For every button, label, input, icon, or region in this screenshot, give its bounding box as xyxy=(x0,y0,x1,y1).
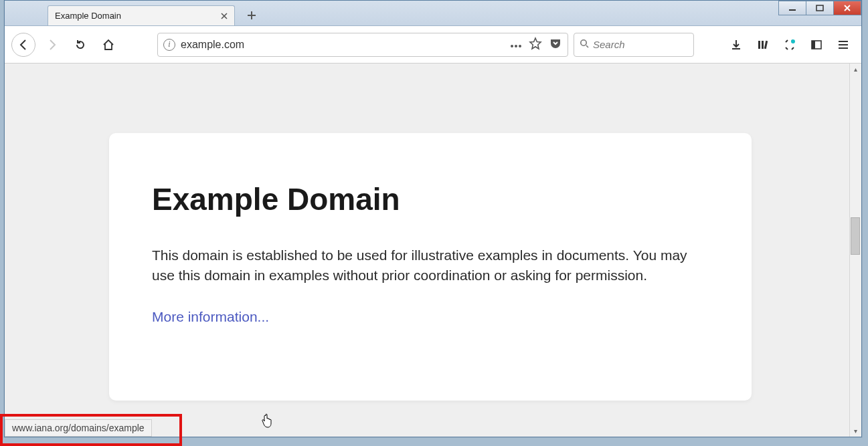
pocket-icon[interactable] xyxy=(549,37,562,53)
sidebar-button[interactable] xyxy=(805,33,828,56)
page-heading: Example Domain xyxy=(152,181,709,217)
close-tab-icon[interactable] xyxy=(220,11,229,21)
nav-toolbar: i example.com xyxy=(5,26,861,64)
screenshot-button[interactable] xyxy=(778,33,801,56)
vertical-scrollbar[interactable]: ▴ ▾ xyxy=(849,64,861,437)
new-tab-button[interactable] xyxy=(242,5,262,25)
window-close-button[interactable] xyxy=(833,1,861,15)
url-bar[interactable]: i example.com xyxy=(157,33,568,57)
browser-tab[interactable]: Example Domain xyxy=(48,5,235,25)
toolbar-right xyxy=(725,33,855,56)
svg-rect-6 xyxy=(758,41,760,49)
back-button[interactable] xyxy=(11,33,35,57)
bookmark-star-icon[interactable] xyxy=(529,37,542,53)
svg-rect-1 xyxy=(816,5,823,11)
library-button[interactable] xyxy=(752,33,774,56)
search-icon xyxy=(580,39,589,51)
page-paragraph: This domain is established to be used fo… xyxy=(152,245,687,286)
search-box[interactable] xyxy=(574,33,694,57)
window-controls xyxy=(779,1,861,15)
hamburger-menu-button[interactable] xyxy=(832,33,855,56)
svg-rect-11 xyxy=(812,41,815,49)
tab-strip: Example Domain xyxy=(5,1,861,26)
browser-window: Example Domain i example.com xyxy=(4,0,862,437)
more-information-link[interactable]: More information... xyxy=(152,309,269,324)
maximize-button[interactable] xyxy=(806,1,834,15)
svg-rect-8 xyxy=(764,40,768,48)
svg-point-2 xyxy=(511,45,513,47)
scrollbar-thumb[interactable] xyxy=(851,217,860,255)
minimize-button[interactable] xyxy=(778,1,806,15)
svg-point-3 xyxy=(515,45,517,47)
page-actions-icon[interactable] xyxy=(510,39,522,51)
downloads-button[interactable] xyxy=(725,33,748,56)
scroll-up-arrow-icon[interactable]: ▴ xyxy=(854,64,857,75)
scroll-down-arrow-icon[interactable]: ▾ xyxy=(854,425,857,437)
forward-button[interactable] xyxy=(41,33,64,56)
page-content-card: Example Domain This domain is establishe… xyxy=(109,133,752,401)
svg-rect-0 xyxy=(789,9,796,11)
hand-cursor-icon xyxy=(262,413,274,428)
svg-rect-7 xyxy=(762,41,764,49)
svg-point-9 xyxy=(791,39,795,43)
reload-button[interactable] xyxy=(69,33,92,56)
status-hover-url: www.iana.org/domains/example xyxy=(12,423,145,433)
home-button[interactable] xyxy=(97,33,120,56)
site-info-icon[interactable]: i xyxy=(163,39,175,51)
search-input[interactable] xyxy=(593,39,688,50)
url-actions xyxy=(510,37,562,53)
page-viewport: Example Domain This domain is establishe… xyxy=(5,64,861,437)
link-hover-status: www.iana.org/domains/example xyxy=(5,419,152,437)
svg-point-5 xyxy=(581,39,586,45)
url-text: example.com xyxy=(181,39,505,51)
tab-title: Example Domain xyxy=(55,11,220,21)
svg-point-4 xyxy=(519,45,521,47)
